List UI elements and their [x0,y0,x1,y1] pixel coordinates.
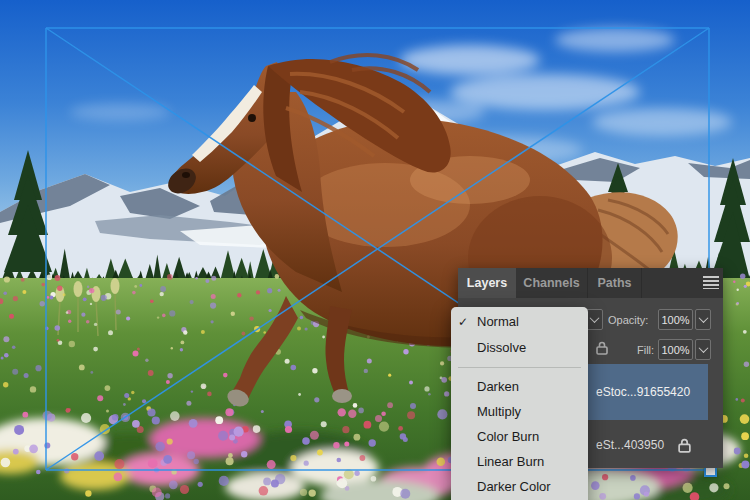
opacity-value-field[interactable]: 100% [658,309,693,330]
blend-mode-option-darker-color[interactable]: Darker Color [451,474,588,499]
blend-mode-menu: ✓ Normal Dissolve Darken Multiply Color … [451,307,588,500]
blend-mode-option-dissolve[interactable]: Dissolve [451,335,588,361]
opacity-value: 100% [661,314,689,326]
panel-menu-icon[interactable] [703,276,719,290]
lock-icon [678,438,691,453]
menu-item-label: Multiply [477,404,521,419]
horse-hoof [332,389,352,403]
menu-item-label: Color Burn [477,429,539,444]
checkmark-icon: ✓ [458,309,468,335]
menu-separator [458,367,581,368]
tab-layers[interactable]: Layers [458,268,516,298]
fill-chevron-button[interactable] [695,339,711,360]
lock-transparency-icon[interactable] [596,341,608,355]
menu-item-label: Linear Burn [477,454,544,469]
menu-item-label: Darken [477,379,519,394]
fill-value-field[interactable]: 100% [658,339,693,360]
chevron-down-icon [698,343,708,353]
chevron-down-icon [590,313,600,323]
layer-name: eSt...403950 [596,438,664,452]
blend-mode-option-normal[interactable]: ✓ Normal [451,309,588,335]
layer-name: eStoc...91655420 [596,385,690,399]
menu-item-label: Dissolve [477,340,526,355]
blend-mode-option-color-burn[interactable]: Color Burn [451,424,588,449]
fill-label: Fill: [637,344,654,356]
horse-eye [248,114,256,122]
tab-channels[interactable]: Channels [516,268,588,298]
fill-value: 100% [661,344,689,356]
opacity-label: Opacity: [608,314,648,326]
blend-mode-option-linear-burn[interactable]: Linear Burn [451,449,588,474]
photoshop-canvas-window: Layers Channels Paths Opacity: 100% Fill… [0,0,750,500]
opacity-chevron-button[interactable] [695,309,711,330]
blend-mode-option-multiply[interactable]: Multiply [451,399,588,424]
panel-tab-bar: Layers Channels Paths [458,268,723,298]
tab-paths[interactable]: Paths [588,268,642,298]
menu-item-label: Normal [477,314,519,329]
chevron-down-icon [698,313,708,323]
menu-item-label: Darker Color [477,479,551,494]
blend-mode-option-darken[interactable]: Darken [451,374,588,399]
